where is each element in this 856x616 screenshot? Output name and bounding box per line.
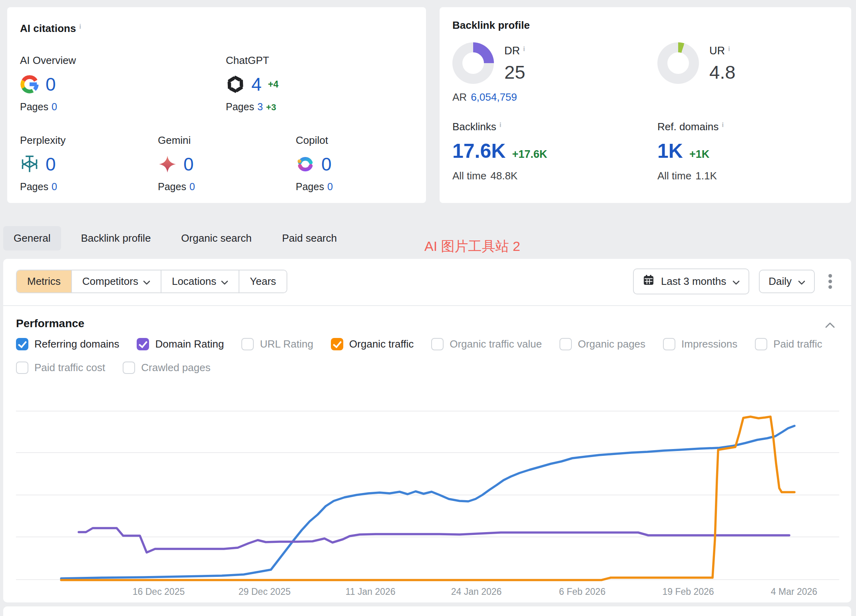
metric-checkbox-paid-traffic-cost[interactable]: Paid traffic cost — [16, 362, 105, 374]
metric-checkbox-crawled-pages[interactable]: Crawled pages — [123, 362, 210, 374]
segment-metrics[interactable]: Metrics — [17, 270, 72, 292]
section-tabs: GeneralBacklink profileOrganic searchPai… — [3, 226, 347, 250]
metric-checkbox-domain-rating[interactable]: Domain Rating — [137, 338, 224, 350]
ahrefs-rank-value[interactable]: 6,054,759 — [471, 91, 517, 103]
metric-label: Impressions — [681, 338, 737, 350]
metric-checkbox-paid-traffic[interactable]: Paid traffic — [755, 338, 822, 350]
metric-checkbox-list: Referring domainsDomain RatingURL Rating… — [16, 338, 838, 374]
backlinks-value[interactable]: 17.6K — [452, 139, 506, 163]
engine-pages-value[interactable]: 0 — [52, 181, 57, 192]
x-axis-label: 29 Dec 2025 — [239, 586, 291, 597]
metric-checkbox-impressions[interactable]: Impressions — [663, 338, 737, 350]
performance-chart: 16 Dec 202529 Dec 202511 Jan 202624 Jan … — [3, 259, 851, 602]
ai-citations-title: AI citations — [20, 19, 85, 35]
divider — [3, 305, 851, 306]
metric-label: Domain Rating — [155, 338, 224, 350]
metric-label: Organic traffic value — [450, 338, 542, 350]
x-axis-label: 16 Dec 2025 — [133, 586, 185, 597]
checkbox-checked[interactable] — [331, 338, 343, 350]
backlinks-delta: +17.6K — [512, 148, 547, 161]
ref-domains-metric: Ref. domains 1K +1K All time1.1K — [657, 117, 845, 182]
backlink-profile-title: Backlink profile — [452, 19, 530, 32]
info-icon[interactable] — [523, 42, 529, 50]
metric-label: Paid traffic cost — [34, 362, 105, 374]
tab-general[interactable]: General — [3, 226, 61, 250]
dr-donut-chart — [452, 42, 494, 84]
engine-citations-value[interactable]: 0 — [321, 153, 332, 175]
engine-citations-value[interactable]: 0 — [183, 153, 194, 175]
engine-perplexity: Perplexity0Pages0 — [20, 134, 158, 193]
ur-value: 4.8 — [709, 61, 735, 83]
chevron-up-icon[interactable] — [825, 322, 835, 330]
ref-domains-value[interactable]: 1K — [657, 139, 683, 163]
checkbox-unchecked[interactable] — [663, 338, 675, 350]
performance-title: Performance — [16, 317, 84, 330]
info-icon[interactable] — [500, 117, 505, 125]
ref-domains-label: Ref. domains — [657, 117, 845, 133]
page: { "page": {"background": "#ECEDEF", "car… — [0, 0, 856, 616]
engine-pages-row: Pages0 — [20, 101, 226, 113]
metric-label: Crawled pages — [141, 362, 210, 374]
ref-domains-alltime: All time1.1K — [657, 170, 845, 182]
info-icon[interactable] — [79, 19, 85, 27]
ur-donut-chart — [657, 42, 699, 84]
engine-pages-value[interactable]: 0 — [327, 181, 333, 192]
checkbox-unchecked[interactable] — [16, 362, 28, 374]
tab-backlink-profile[interactable]: Backlink profile — [71, 226, 161, 250]
engine-citations-value[interactable]: 0 — [46, 74, 56, 95]
ur-label: UR — [709, 42, 735, 57]
ur-spacer-row — [657, 91, 845, 109]
engine-value-row: 0 — [158, 153, 296, 175]
calendar-icon — [643, 274, 655, 289]
checkbox-unchecked[interactable] — [755, 338, 767, 350]
copilot-icon — [296, 155, 315, 174]
engine-pages-value[interactable]: 3 — [257, 101, 263, 112]
engine-pages-row: Pages0 — [158, 181, 296, 193]
metric-checkbox-organic-traffic[interactable]: Organic traffic — [331, 338, 414, 350]
series-line-organic-traffic — [61, 417, 794, 580]
engine-ai-overview: AI Overview0Pages0 — [20, 54, 226, 113]
engine-pages-row: Pages3+3 — [226, 101, 432, 113]
engine-pages-value[interactable]: 0 — [52, 101, 57, 112]
engine-pages-value[interactable]: 0 — [189, 181, 195, 192]
segment-locations[interactable]: Locations — [161, 270, 239, 292]
info-icon[interactable] — [728, 42, 734, 50]
engine-copilot: Copilot0Pages0 — [296, 134, 434, 193]
engine-citations-value[interactable]: 4 — [251, 74, 262, 95]
checkbox-unchecked[interactable] — [431, 338, 444, 350]
metric-label: Referring domains — [34, 338, 119, 350]
chevron-down-icon — [221, 275, 228, 288]
tab-organic-search[interactable]: Organic search — [171, 226, 262, 250]
engine-name: ChatGPT — [226, 54, 432, 67]
next-section-card — [3, 606, 851, 616]
backlinks-alltime: All time48.8K — [452, 170, 640, 182]
metric-checkbox-organic-traffic-value[interactable]: Organic traffic value — [431, 338, 542, 350]
tab-paid-search[interactable]: Paid search — [272, 226, 347, 250]
checkbox-checked[interactable] — [137, 338, 149, 350]
engine-citations-value[interactable]: 0 — [46, 153, 56, 175]
granularity-button[interactable]: Daily — [759, 270, 815, 293]
checkbox-unchecked[interactable] — [123, 362, 135, 374]
metric-checkbox-url-rating[interactable]: URL Rating — [241, 338, 313, 350]
checkbox-unchecked[interactable] — [559, 338, 572, 350]
kebab-menu-icon[interactable] — [824, 270, 836, 292]
series-line-domain-rating — [79, 528, 789, 552]
metric-checkbox-referring-domains[interactable]: Referring domains — [16, 338, 119, 350]
checkbox-checked[interactable] — [16, 338, 28, 350]
date-range-button[interactable]: Last 3 months — [633, 268, 749, 294]
checkbox-unchecked[interactable] — [241, 338, 254, 350]
ref-domains-delta: +1K — [689, 148, 709, 161]
engine-pages-delta: +3 — [266, 102, 276, 112]
segment-competitors[interactable]: Competitors — [72, 270, 161, 292]
chevron-down-icon — [798, 275, 805, 288]
backlinks-label: Backlinks — [452, 117, 640, 133]
segment-years[interactable]: Years — [239, 270, 287, 292]
chevron-down-icon — [733, 275, 740, 288]
dr-label: DR — [504, 42, 529, 57]
performance-card: MetricsCompetitorsLocationsYears Last 3 … — [3, 259, 851, 602]
info-icon[interactable] — [722, 117, 727, 125]
dr-backlinks-column: DR 25 AR6,054,759 Backlinks 17.6K +17.6K… — [452, 39, 640, 182]
metric-checkbox-organic-pages[interactable]: Organic pages — [559, 338, 645, 350]
ai-engines-row-2: Perplexity0Pages0Gemini0Pages0Copilot0Pa… — [20, 134, 434, 193]
engine-pages-row: Pages0 — [20, 181, 158, 193]
